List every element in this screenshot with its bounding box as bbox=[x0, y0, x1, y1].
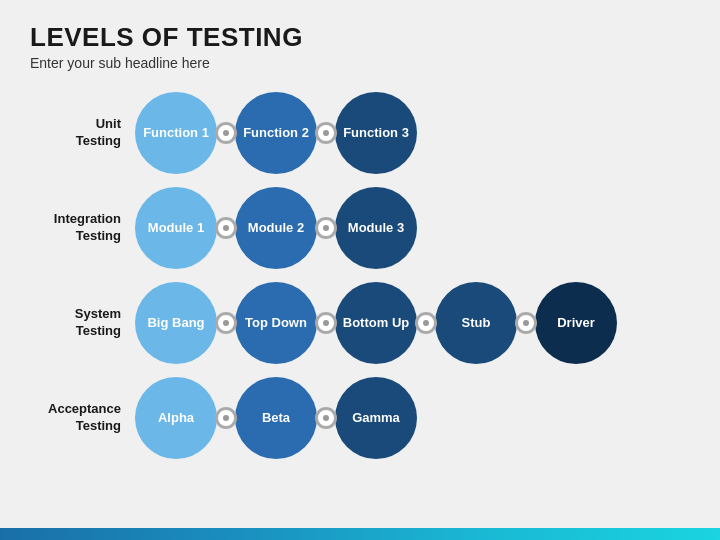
circle-2-4: Driver bbox=[535, 282, 617, 364]
slide: LEVELS OF TESTING Enter your sub headlin… bbox=[0, 0, 720, 540]
circles-row-0: Function 1Function 2Function 3 bbox=[135, 92, 690, 174]
circle-1-0: Module 1 bbox=[135, 187, 217, 269]
circle-1-2: Module 3 bbox=[335, 187, 417, 269]
row-2: System TestingBig BangTop DownBottom UpS… bbox=[30, 275, 690, 370]
circle-wrap-0-2: Function 3 bbox=[335, 92, 417, 174]
connector-inner-2-2 bbox=[423, 320, 429, 326]
row-label-2: System Testing bbox=[30, 306, 135, 340]
connector-inner-1-0 bbox=[223, 225, 229, 231]
circle-0-1: Function 2 bbox=[235, 92, 317, 174]
circle-3-1: Beta bbox=[235, 377, 317, 459]
connector-1-1 bbox=[315, 217, 337, 239]
connector-inner-2-1 bbox=[323, 320, 329, 326]
circle-wrap-2-0: Big Bang bbox=[135, 282, 217, 364]
connector-3-1 bbox=[315, 407, 337, 429]
circle-wrap-2-2: Bottom Up bbox=[335, 282, 417, 364]
circle-2-0: Big Bang bbox=[135, 282, 217, 364]
circles-row-1: Module 1Module 2Module 3 bbox=[135, 187, 690, 269]
connector-2-3 bbox=[515, 312, 537, 334]
slide-title: LEVELS OF TESTING bbox=[30, 22, 690, 53]
circle-wrap-0-1: Function 2 bbox=[235, 92, 317, 174]
circle-0-2: Function 3 bbox=[335, 92, 417, 174]
connector-inner-2-0 bbox=[223, 320, 229, 326]
circle-0-0: Function 1 bbox=[135, 92, 217, 174]
row-label-0: Unit Testing bbox=[30, 116, 135, 150]
circle-wrap-2-4: Driver bbox=[535, 282, 617, 364]
circle-wrap-3-1: Beta bbox=[235, 377, 317, 459]
connector-3-0 bbox=[215, 407, 237, 429]
circle-1-1: Module 2 bbox=[235, 187, 317, 269]
circle-wrap-3-0: Alpha bbox=[135, 377, 217, 459]
connector-inner-1-1 bbox=[323, 225, 329, 231]
row-0: Unit TestingFunction 1Function 2Function… bbox=[30, 85, 690, 180]
connector-0-0 bbox=[215, 122, 237, 144]
circle-wrap-1-0: Module 1 bbox=[135, 187, 217, 269]
connector-2-2 bbox=[415, 312, 437, 334]
circle-2-2: Bottom Up bbox=[335, 282, 417, 364]
circle-wrap-0-0: Function 1 bbox=[135, 92, 217, 174]
circle-2-1: Top Down bbox=[235, 282, 317, 364]
row-label-3: Acceptance Testing bbox=[30, 401, 135, 435]
connector-inner-0-0 bbox=[223, 130, 229, 136]
row-3: Acceptance TestingAlphaBetaGamma bbox=[30, 370, 690, 465]
circle-wrap-1-2: Module 3 bbox=[335, 187, 417, 269]
connector-2-1 bbox=[315, 312, 337, 334]
circle-3-0: Alpha bbox=[135, 377, 217, 459]
row-label-1: Integration Testing bbox=[30, 211, 135, 245]
connector-inner-2-3 bbox=[523, 320, 529, 326]
circles-row-2: Big BangTop DownBottom UpStubDriver bbox=[135, 282, 690, 364]
circle-2-3: Stub bbox=[435, 282, 517, 364]
circle-wrap-2-3: Stub bbox=[435, 282, 517, 364]
circle-3-2: Gamma bbox=[335, 377, 417, 459]
connector-1-0 bbox=[215, 217, 237, 239]
connector-inner-0-1 bbox=[323, 130, 329, 136]
rows-container: Unit TestingFunction 1Function 2Function… bbox=[30, 85, 690, 465]
circle-wrap-1-1: Module 2 bbox=[235, 187, 317, 269]
slide-subtitle: Enter your sub headline here bbox=[30, 55, 690, 71]
bottom-decorative-bar bbox=[0, 528, 720, 540]
connector-inner-3-1 bbox=[323, 415, 329, 421]
circle-wrap-3-2: Gamma bbox=[335, 377, 417, 459]
circles-row-3: AlphaBetaGamma bbox=[135, 377, 690, 459]
connector-inner-3-0 bbox=[223, 415, 229, 421]
row-1: Integration TestingModule 1Module 2Modul… bbox=[30, 180, 690, 275]
connector-0-1 bbox=[315, 122, 337, 144]
connector-2-0 bbox=[215, 312, 237, 334]
circle-wrap-2-1: Top Down bbox=[235, 282, 317, 364]
